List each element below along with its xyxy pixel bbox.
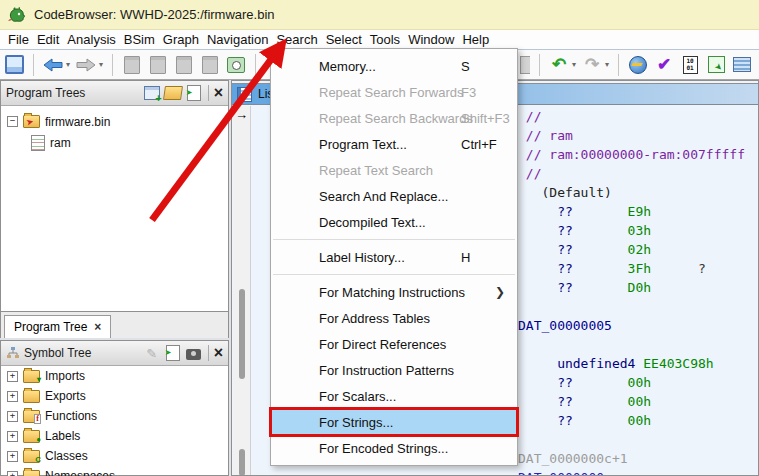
expand-icon[interactable]: +	[7, 371, 18, 382]
menu-item-for-address-tables[interactable]: For Address Tables	[271, 305, 517, 331]
listing-line[interactable]: ?? 00h	[518, 373, 758, 392]
binary-page-icon[interactable]: 1001	[680, 55, 700, 75]
undo-icon[interactable]: ↶	[549, 55, 569, 75]
menu-item-search-and-replace[interactable]: Search And Replace...	[271, 183, 517, 209]
listing-line[interactable]: ?? 00h	[518, 411, 758, 430]
symbol-tree-item-classes[interactable]: +CClasses	[1, 446, 228, 466]
menu-item-for-scalars[interactable]: For Scalars...	[271, 383, 517, 409]
symbol-tree-item-namespaces[interactable]: +{}Namespaces	[1, 466, 228, 476]
import-doc-icon[interactable]	[185, 84, 203, 102]
save-icon[interactable]	[4, 55, 24, 75]
symbol-tree-item-exports[interactable]: +Exports	[1, 386, 228, 406]
symbol-tree-label: Labels	[45, 429, 80, 443]
listing-line[interactable]	[518, 335, 758, 354]
scrollbar-thumb[interactable]	[239, 449, 245, 476]
memory-map-icon[interactable]	[732, 55, 752, 75]
listing-line[interactable]	[518, 430, 758, 449]
menu-item-for-instruction-patterns[interactable]: For Instruction Patterns	[271, 357, 517, 383]
menu-window[interactable]: Window	[404, 31, 458, 48]
doc-arrow-icon-2[interactable]	[148, 55, 168, 75]
tree-item-firmware[interactable]: − ➤ firmware.bin	[1, 111, 228, 132]
memory-block-icon	[31, 135, 45, 151]
close-icon[interactable]: ×	[214, 86, 223, 100]
listing-line[interactable]: DAT_00000005	[518, 316, 758, 335]
menu-select[interactable]: Select	[322, 31, 366, 48]
doc-arrow-icon-3[interactable]	[174, 55, 194, 75]
menu-help[interactable]: Help	[458, 31, 493, 48]
menu-analysis[interactable]: Analysis	[63, 31, 119, 48]
menu-item-memory[interactable]: Memory...S	[271, 53, 517, 79]
menu-search[interactable]: Search	[272, 31, 321, 48]
open-folder-icon[interactable]	[164, 84, 182, 102]
folder-badge-icon: ●	[36, 436, 41, 444]
listing-line[interactable]: ?? 00h	[518, 392, 758, 411]
symbol-tree-item-labels[interactable]: +●Labels	[1, 426, 228, 446]
listing-field: ??	[518, 280, 573, 295]
globe-bolt-icon[interactable]	[628, 55, 648, 75]
menu-item-decompiled-text[interactable]: Decompiled Text...	[271, 209, 517, 235]
menu-file[interactable]: File	[4, 31, 33, 48]
listing-field	[573, 413, 628, 428]
redo-icon[interactable]: ↷	[582, 55, 602, 75]
camera-icon[interactable]	[185, 344, 203, 362]
listing-line[interactable]: undefined4 EE403C98h	[518, 354, 758, 373]
listing-line[interactable]: // ram:00000000-ram:007fffff	[518, 145, 758, 164]
import-doc-icon[interactable]	[164, 344, 182, 362]
close-icon[interactable]: ×	[214, 346, 223, 360]
edit-pencil-icon[interactable]: ✎	[143, 344, 161, 362]
redo-dropdown-icon[interactable]: ▾	[605, 60, 609, 69]
menu-tools[interactable]: Tools	[366, 31, 404, 48]
menu-item-for-encoded-strings[interactable]: For Encoded Strings...	[271, 435, 517, 461]
expand-icon[interactable]: +	[7, 471, 18, 476]
tree-item-ram[interactable]: ram	[1, 132, 228, 153]
forward-icon[interactable]	[76, 55, 96, 75]
menu-graph[interactable]: Graph	[159, 31, 203, 48]
expand-icon[interactable]: +	[7, 411, 18, 422]
listing-line[interactable]: ?? 02h	[518, 240, 758, 259]
new-tree-icon[interactable]	[143, 84, 161, 102]
listing-line[interactable]: ?? D0h	[518, 278, 758, 297]
expand-icon[interactable]: +	[7, 451, 18, 462]
menu-navigation[interactable]: Navigation	[203, 31, 272, 48]
back-dropdown-icon[interactable]: ▾	[66, 60, 70, 69]
listing-line[interactable]: ?? 03h	[518, 221, 758, 240]
menu-item-program-text[interactable]: Program Text...Ctrl+F	[271, 131, 517, 157]
forward-dropdown-icon[interactable]: ▾	[99, 60, 103, 69]
expand-icon[interactable]: +	[7, 431, 18, 442]
tab-close-icon[interactable]: ×	[94, 320, 101, 334]
menu-bsim[interactable]: BSim	[120, 31, 159, 48]
listing-line[interactable]: DAT_0000000c+1	[518, 449, 758, 468]
listing-line[interactable]	[518, 297, 758, 316]
listing-line[interactable]: ?? 3Fh ?	[518, 259, 758, 278]
window-title: CodeBrowser: WWHD-2025:/firmware.bin	[34, 7, 275, 22]
menu-edit[interactable]: Edit	[33, 31, 63, 48]
menu-item-for-direct-references[interactable]: For Direct References	[271, 331, 517, 357]
menu-item-for-strings[interactable]: For Strings...	[271, 409, 517, 435]
listing-line[interactable]: (Default)	[518, 183, 758, 202]
listing-code[interactable]: // // ram // ram:00000000-ram:007fffff /…	[518, 107, 758, 476]
back-icon[interactable]	[43, 55, 63, 75]
doc-arrow-icon-4[interactable]	[200, 55, 220, 75]
symbol-tree-item-imports[interactable]: +▾Imports	[1, 366, 228, 386]
symbol-tree-item-functions[interactable]: +fFunctions	[1, 406, 228, 426]
listing-line[interactable]: //	[518, 164, 758, 183]
listing-line[interactable]: //	[518, 107, 758, 126]
collapse-icon[interactable]: −	[7, 116, 18, 127]
snapshot-icon[interactable]	[226, 55, 246, 75]
scrollbar-thumb[interactable]	[239, 289, 245, 379]
undo-dropdown-icon[interactable]: ▾	[572, 60, 576, 69]
clipboard-icon[interactable]	[520, 55, 530, 75]
menu-item-label-history[interactable]: Label History...H	[271, 244, 517, 270]
menu-item-label: Label History...	[319, 250, 405, 265]
menu-item-for-matching-instructions[interactable]: For Matching Instructions❯	[271, 279, 517, 305]
listing-line[interactable]: ?? E9h	[518, 202, 758, 221]
listing-marker-margin[interactable]	[233, 106, 251, 476]
tab-program-tree[interactable]: Program Tree ×	[4, 315, 111, 338]
checkmark-icon[interactable]: ✔	[654, 55, 674, 75]
expand-icon[interactable]: +	[7, 391, 18, 402]
export-green-arrow-icon[interactable]	[706, 55, 726, 75]
listing-line[interactable]: // ram	[518, 126, 758, 145]
submenu-arrow-icon: ❯	[495, 285, 505, 299]
doc-arrow-icon-1[interactable]	[122, 55, 142, 75]
listing-line[interactable]: DAT_0000000c	[518, 468, 758, 476]
